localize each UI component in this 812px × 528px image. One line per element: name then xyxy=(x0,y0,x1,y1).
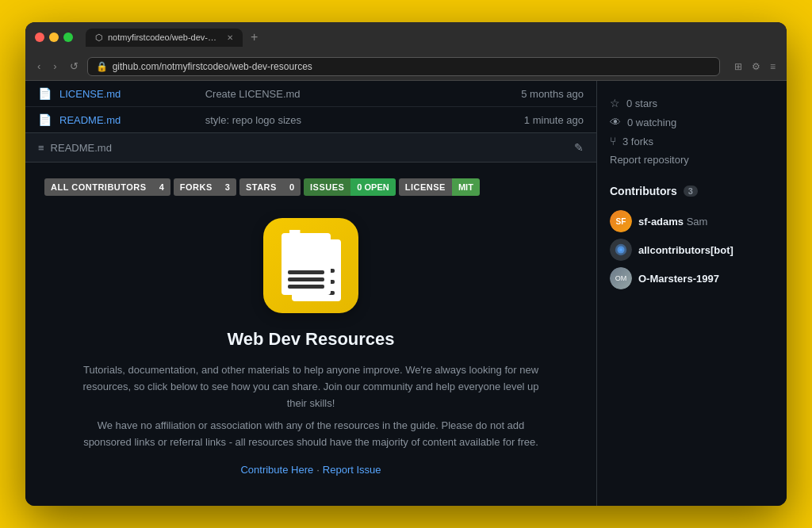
tab-area: ⬡ notmyfirstcodeo/web-dev-reso ✕ + xyxy=(86,29,777,47)
active-tab[interactable]: ⬡ notmyfirstcodeo/web-dev-reso ✕ xyxy=(86,29,243,47)
edit-icon[interactable]: ✎ xyxy=(574,141,584,154)
main-panel: 📄 LICENSE.md Create LICENSE.md 5 months … xyxy=(25,81,596,506)
new-tab-button[interactable]: + xyxy=(246,30,262,44)
avatar xyxy=(610,239,632,261)
right-sidebar: ☆ 0 stars 👁 0 watching ⑂ 3 forks Report … xyxy=(596,81,787,506)
contributors-label: Contributors xyxy=(610,185,677,197)
doc-line xyxy=(288,277,324,281)
file-time: 5 months ago xyxy=(488,88,584,100)
badge-value: 3 xyxy=(219,178,236,196)
page-content: 📄 LICENSE.md Create LICENSE.md 5 months … xyxy=(25,81,787,506)
file-commit: Create LICENSE.md xyxy=(205,88,481,100)
badge-stars: STARS 0 xyxy=(239,178,301,196)
file-icon: 📄 xyxy=(38,87,52,100)
readme-title-area: ≡ README.md xyxy=(38,142,112,154)
watching-stat: 👁 0 watching xyxy=(610,113,774,132)
watching-count: 0 watching xyxy=(627,117,676,128)
badge-forks: FORKS 3 xyxy=(174,178,236,196)
doc-bookmark xyxy=(289,230,301,247)
contributor-name-o-marsters: O-Marsters-1997 xyxy=(638,273,719,285)
table-row: 📄 LICENSE.md Create LICENSE.md 5 months … xyxy=(25,81,596,107)
lock-icon: 🔒 xyxy=(96,61,108,72)
list-icon: ≡ xyxy=(38,142,44,154)
app-logo xyxy=(263,218,358,313)
browser-extensions: ⊞ ⚙ ≡ xyxy=(731,59,779,75)
ext-icon-3[interactable]: ≡ xyxy=(767,59,779,75)
file-name[interactable]: README.md xyxy=(59,114,197,126)
navbar: ‹ › ↺ 🔒 github.com/notmyfirstcodeo/web-d… xyxy=(25,52,787,81)
avatar-allcontributors-bot xyxy=(610,239,632,261)
svg-point-2 xyxy=(619,248,622,251)
badge-issues: ISSUES 0 OPEN xyxy=(304,178,396,196)
badge-value: 0 xyxy=(283,178,301,196)
doc-line xyxy=(288,285,324,289)
report-repository-link[interactable]: Report repository xyxy=(610,151,774,169)
contribute-link[interactable]: Contribute Here xyxy=(240,464,313,476)
badge-label: ISSUES xyxy=(304,178,350,196)
contributor-row[interactable]: OM O-Marsters-1997 xyxy=(610,264,774,293)
badge-label: FORKS xyxy=(174,178,219,196)
star-icon: ☆ xyxy=(610,97,620,109)
contributors-count: 3 xyxy=(684,186,698,197)
app-title: Web Dev Resources xyxy=(227,329,394,350)
doc-line xyxy=(288,270,324,274)
eye-icon: 👁 xyxy=(610,116,621,128)
contributor-row[interactable]: SF sf-adams Sam xyxy=(610,207,774,235)
traffic-lights xyxy=(35,33,73,42)
repo-stats: ☆ 0 stars 👁 0 watching ⑂ 3 forks Report … xyxy=(610,94,774,169)
stars-stat: ☆ 0 stars xyxy=(610,94,774,113)
forward-button[interactable]: › xyxy=(49,58,60,75)
forks-stat: ⑂ 3 forks xyxy=(610,132,774,151)
contributors-title: Contributors 3 xyxy=(610,185,774,197)
browser-window: ⬡ notmyfirstcodeo/web-dev-reso ✕ + ‹ › ↺… xyxy=(25,22,787,506)
badge-label: STARS xyxy=(239,178,283,196)
minimize-button[interactable] xyxy=(49,33,59,42)
file-table: 📄 LICENSE.md Create LICENSE.md 5 months … xyxy=(25,81,596,133)
stars-count: 0 stars xyxy=(626,98,657,109)
ext-icon-1[interactable]: ⊞ xyxy=(731,59,745,75)
maximize-button[interactable] xyxy=(63,33,73,42)
tab-title: notmyfirstcodeo/web-dev-reso xyxy=(108,33,219,42)
link-separator: · xyxy=(316,464,320,476)
contributor-row[interactable]: allcontributors[bot] xyxy=(610,235,774,264)
badge-label: ALL CONTRIBUTORS xyxy=(44,178,153,196)
badge-value: 4 xyxy=(153,178,170,196)
forks-count: 3 forks xyxy=(622,136,653,147)
app-description: Tutorials, documentation, and other mate… xyxy=(81,362,541,411)
avatar: OM xyxy=(610,267,632,289)
file-commit: style: repo logo sizes xyxy=(205,114,481,126)
doc-front xyxy=(282,233,331,295)
back-button[interactable]: ‹ xyxy=(33,58,44,75)
app-disclaimer: We have no affiliation or association wi… xyxy=(81,418,541,451)
contributor-name-sf-adams: sf-adams Sam xyxy=(638,216,707,228)
address-bar[interactable]: 🔒 github.com/notmyfirstcodeo/web-dev-res… xyxy=(87,57,720,76)
avatar-o-marsters: OM xyxy=(610,267,632,289)
contributor-name-bot: allcontributors[bot] xyxy=(638,244,733,256)
tab-close-button[interactable]: ✕ xyxy=(227,33,233,42)
avatar: SF xyxy=(610,210,632,232)
ext-icon-2[interactable]: ⚙ xyxy=(749,59,764,75)
file-icon: 📄 xyxy=(38,113,52,126)
file-name[interactable]: LICENSE.md xyxy=(59,88,197,100)
readme-content: ALL CONTRIBUTORS 4 FORKS 3 STARS 0 ISSUE… xyxy=(25,163,596,506)
readme-links: Contribute Here · Report Issue xyxy=(240,464,381,476)
fork-icon: ⑂ xyxy=(610,135,616,147)
titlebar: ⬡ notmyfirstcodeo/web-dev-reso ✕ + xyxy=(25,22,787,52)
contributors-section: Contributors 3 SF sf-adams Sam xyxy=(610,185,774,293)
badge-value: MIT xyxy=(452,178,480,196)
tab-favicon: ⬡ xyxy=(95,33,103,43)
readme-header: ≡ README.md ✎ xyxy=(25,133,596,163)
refresh-button[interactable]: ↺ xyxy=(66,58,82,75)
report-issue-link[interactable]: Report Issue xyxy=(323,464,381,476)
url-text: github.com/notmyfirstcodeo/web-dev-resou… xyxy=(113,61,312,72)
doc-lines xyxy=(288,270,324,289)
logo-inner xyxy=(282,230,341,301)
badge-label: LICENSE xyxy=(399,178,452,196)
table-row: 📄 README.md style: repo logo sizes 1 min… xyxy=(25,107,596,132)
avatar-sf-adams: SF xyxy=(610,210,632,232)
close-button[interactable] xyxy=(35,33,44,42)
badge-value: 0 OPEN xyxy=(350,178,395,196)
badge-license: LICENSE MIT xyxy=(399,178,480,196)
file-time: 1 minute ago xyxy=(488,114,584,126)
readme-filename: README.md xyxy=(51,142,112,154)
